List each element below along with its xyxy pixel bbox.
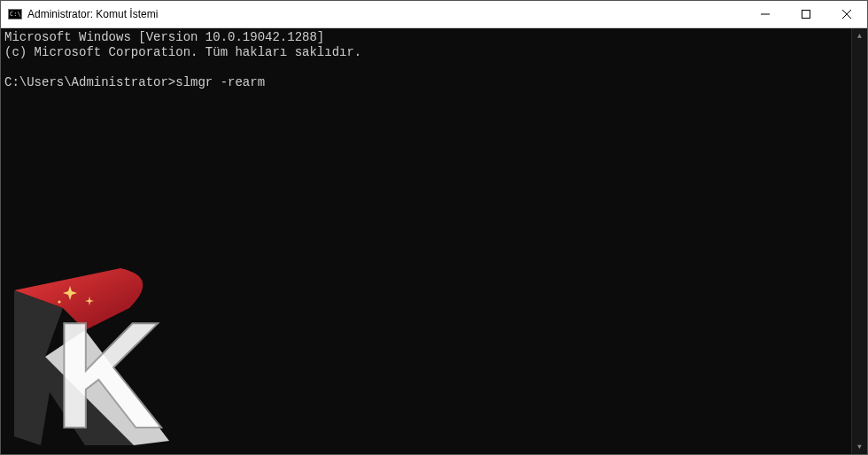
console-area[interactable]: Microsoft Windows [Version 10.0.19042.12… xyxy=(1,28,867,454)
console-prompt-line: C:\Users\Administrator>slmgr -rearm xyxy=(4,75,864,90)
console-output-line: (c) Microsoft Corporation. Tüm hakları s… xyxy=(4,45,864,60)
maximize-button[interactable] xyxy=(786,1,826,27)
scrollbar-up-arrow-icon[interactable]: ▲ xyxy=(852,28,867,43)
window-title: Administrator: Komut İstemi xyxy=(27,8,158,20)
svg-marker-6 xyxy=(63,286,77,300)
svg-point-8 xyxy=(58,300,60,303)
svg-text:K: K xyxy=(54,291,163,454)
scrollbar-track[interactable] xyxy=(852,43,867,439)
close-button[interactable] xyxy=(826,1,867,27)
vertical-scrollbar[interactable]: ▲ ▼ xyxy=(851,28,867,454)
console-output-line: Microsoft Windows [Version 10.0.19042.12… xyxy=(4,30,864,45)
scrollbar-down-arrow-icon[interactable]: ▼ xyxy=(852,439,867,454)
titlebar[interactable]: C:\ Administrator: Komut İstemi xyxy=(1,1,867,28)
console-prompt: C:\Users\Administrator> xyxy=(4,75,175,89)
svg-text:C:\: C:\ xyxy=(10,11,21,18)
cmd-icon: C:\ xyxy=(8,7,22,21)
svg-rect-3 xyxy=(802,11,810,19)
svg-marker-7 xyxy=(85,297,94,305)
window: C:\ Administrator: Komut İstemi Microsof… xyxy=(0,0,868,455)
console-command: slmgr -rearm xyxy=(175,75,265,89)
console-blank-line xyxy=(4,60,864,75)
minimize-button[interactable] xyxy=(745,1,786,27)
watermark-logo-icon: K xyxy=(1,259,205,454)
